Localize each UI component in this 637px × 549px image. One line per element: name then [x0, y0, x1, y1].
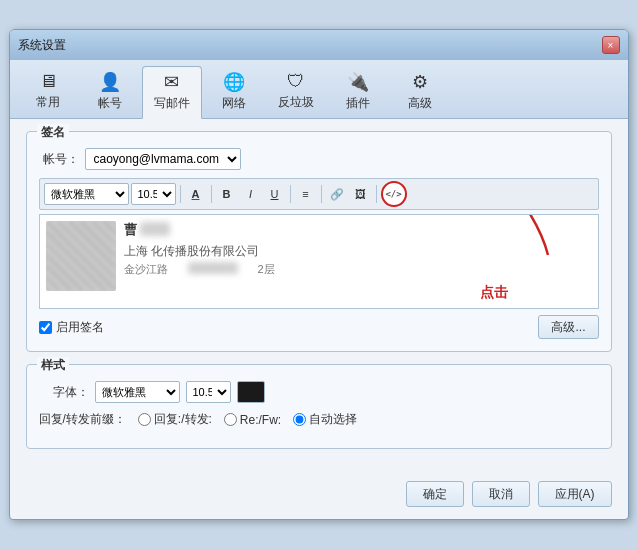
radio-auto[interactable]: [293, 413, 306, 426]
tab-general-label: 常用: [36, 94, 60, 111]
main-window: 系统设置 × 🖥 常用 👤 帐号 ✉ 写邮件 🌐 网络 🛡 反垃圾 🔌 插件: [9, 29, 629, 520]
close-button[interactable]: ×: [602, 36, 620, 54]
window-title: 系统设置: [18, 37, 66, 54]
radio-reply-fwd[interactable]: [138, 413, 151, 426]
account-icon: 👤: [99, 71, 121, 93]
enable-signature-checkbox[interactable]: [39, 321, 52, 334]
compose-icon: ✉: [164, 71, 179, 93]
toolbar-divider-3: [290, 185, 291, 203]
reply-options-group: 回复:/转发: Re:/Fw: 自动选择: [138, 411, 357, 428]
option-reply-fwd[interactable]: 回复:/转发:: [138, 411, 212, 428]
editor-text-block: 曹 上海 化传播股份有限公司 金沙江路 2层: [124, 221, 592, 291]
font-size-selector[interactable]: 10.5: [131, 183, 176, 205]
tab-general[interactable]: 🖥 常用: [18, 66, 78, 118]
signature-section-inner: 帐号： caoyong@lvmama.com 微软雅黑 10.5 A: [39, 148, 599, 339]
tab-compose[interactable]: ✉ 写邮件: [142, 66, 202, 119]
plugins-icon: 🔌: [347, 71, 369, 93]
signature-options-row: 启用签名 高级...: [39, 315, 599, 339]
tab-spam[interactable]: 🛡 反垃圾: [266, 66, 326, 118]
general-icon: 🖥: [39, 71, 57, 92]
toolbar-divider-2: [211, 185, 212, 203]
align-btn[interactable]: ≡: [295, 183, 317, 205]
signature-section: 签名 帐号： caoyong@lvmama.com 微软雅黑 10.5: [26, 131, 612, 352]
tab-account-label: 帐号: [98, 95, 122, 112]
tab-plugins[interactable]: 🔌 插件: [328, 66, 388, 118]
tab-advanced-label: 高级: [408, 95, 432, 112]
account-label: 帐号：: [39, 151, 79, 168]
account-selector[interactable]: caoyong@lvmama.com: [85, 148, 241, 170]
toolbar-divider-5: [376, 185, 377, 203]
underline-icon: U: [271, 188, 279, 200]
style-font-row: 字体： 微软雅黑 10.5: [39, 381, 599, 403]
reply-fwd-label: 回复/转发前缀：: [39, 411, 126, 428]
toolbar-divider-4: [321, 185, 322, 203]
html-code-btn[interactable]: </>: [381, 181, 407, 207]
footer: 确定 取消 应用(A): [10, 473, 628, 519]
signature-editor[interactable]: 曹 上海 化传播股份有限公司 金沙江路 2层: [39, 214, 599, 309]
contact-name: 曹: [124, 221, 592, 239]
option-re-fw[interactable]: Re:/Fw:: [224, 413, 281, 427]
reply-fwd-row: 回复/转发前缀： 回复:/转发: Re:/Fw: 自动选择: [39, 411, 599, 428]
company-name: 上海 化传播股份有限公司: [124, 243, 592, 260]
style-section-title: 样式: [37, 357, 69, 374]
tab-network[interactable]: 🌐 网络: [204, 66, 264, 118]
account-row: 帐号： caoyong@lvmama.com: [39, 148, 599, 170]
style-section: 样式 字体： 微软雅黑 10.5 回复/转发前缀：: [26, 364, 612, 449]
style-font-selector[interactable]: 微软雅黑: [95, 381, 180, 403]
editor-content: 曹 上海 化传播股份有限公司 金沙江路 2层: [46, 221, 592, 291]
radio-re-fw[interactable]: [224, 413, 237, 426]
font-color-icon: A: [192, 188, 200, 200]
signature-section-title: 签名: [37, 124, 69, 141]
bold-icon: B: [223, 188, 231, 200]
avatar: [46, 221, 116, 291]
align-icon: ≡: [302, 188, 308, 200]
editor-toolbar: 微软雅黑 10.5 A B I: [39, 178, 599, 210]
advanced-icon: ⚙: [412, 71, 428, 93]
avatar-blur: [46, 221, 116, 291]
tab-advanced[interactable]: ⚙ 高级: [390, 66, 450, 118]
apply-btn[interactable]: 应用(A): [538, 481, 612, 507]
style-section-inner: 字体： 微软雅黑 10.5 回复/转发前缀： 回复:/转发:: [39, 381, 599, 428]
enable-signature-label[interactable]: 启用签名: [39, 319, 104, 336]
tab-network-label: 网络: [222, 95, 246, 112]
ok-btn[interactable]: 确定: [406, 481, 464, 507]
tab-account[interactable]: 👤 帐号: [80, 66, 140, 118]
signature-advanced-btn[interactable]: 高级...: [538, 315, 598, 339]
spam-icon: 🛡: [287, 71, 305, 92]
tab-plugins-label: 插件: [346, 95, 370, 112]
link-icon: 🔗: [330, 188, 344, 201]
link-btn[interactable]: 🔗: [326, 183, 348, 205]
content-area: 签名 帐号： caoyong@lvmama.com 微软雅黑 10.5: [10, 119, 628, 473]
tab-compose-label: 写邮件: [154, 95, 190, 112]
tab-spam-label: 反垃圾: [278, 94, 314, 111]
toolbar-divider-1: [180, 185, 181, 203]
italic-btn[interactable]: I: [240, 183, 262, 205]
bold-btn[interactable]: B: [216, 183, 238, 205]
font-name-selector[interactable]: 微软雅黑: [44, 183, 129, 205]
cancel-btn[interactable]: 取消: [472, 481, 530, 507]
address-line: 金沙江路 2层: [124, 262, 592, 277]
option-auto[interactable]: 自动选择: [293, 411, 357, 428]
style-fontsize-selector[interactable]: 10.5: [186, 381, 231, 403]
tab-bar: 🖥 常用 👤 帐号 ✉ 写邮件 🌐 网络 🛡 反垃圾 🔌 插件 ⚙ 高级: [10, 60, 628, 119]
network-icon: 🌐: [223, 71, 245, 93]
italic-icon: I: [249, 188, 252, 200]
style-color-btn[interactable]: [237, 381, 265, 403]
image-btn[interactable]: 🖼: [350, 183, 372, 205]
click-annotation-text: 点击: [480, 284, 508, 302]
style-font-label: 字体：: [39, 384, 89, 401]
title-bar: 系统设置 ×: [10, 30, 628, 60]
font-color-btn[interactable]: A: [185, 183, 207, 205]
underline-btn[interactable]: U: [264, 183, 286, 205]
html-code-icon: </>: [385, 189, 401, 199]
image-icon: 🖼: [355, 188, 366, 200]
